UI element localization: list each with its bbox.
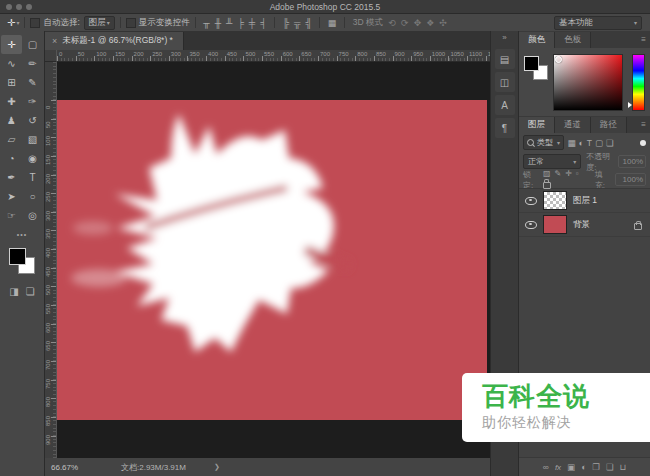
crop-tool[interactable]: ⊞: [1, 73, 22, 92]
screen-mode-button[interactable]: ❏: [26, 286, 35, 297]
lock-position-icon[interactable]: ✛: [565, 169, 572, 178]
visibility-toggle[interactable]: [523, 221, 539, 229]
distribute-top-icon[interactable]: ╠: [283, 18, 289, 28]
distribute-bottom-icon[interactable]: ╣: [305, 18, 311, 28]
paragraph-panel-icon[interactable]: ¶: [495, 118, 515, 138]
blend-mode-dropdown[interactable]: 正常 ▾: [523, 154, 581, 169]
tab-color[interactable]: 颜色: [519, 32, 555, 48]
align-left-icon[interactable]: ╞: [237, 18, 243, 28]
filter-type-dropdown[interactable]: 类型 ▾: [523, 135, 564, 150]
tab-channels[interactable]: 通道: [555, 117, 591, 133]
tool-preset-caret-icon[interactable]: ▾: [16, 19, 19, 26]
new-layer-icon[interactable]: ❏: [606, 462, 614, 472]
drag-3d-icon[interactable]: ✥: [414, 18, 422, 28]
visibility-toggle[interactable]: [523, 197, 539, 205]
foreground-background-swatch[interactable]: [9, 248, 35, 274]
eraser-tool[interactable]: ▱: [1, 130, 22, 149]
watermark-card: 百科全说 助你轻松解决: [462, 373, 650, 442]
filter-adjustment-icon[interactable]: ◐: [579, 138, 584, 148]
align-vcenter-icon[interactable]: ╫: [215, 18, 221, 28]
new-group-icon[interactable]: ❐: [592, 462, 600, 472]
eyedropper-tool-icon: ✎: [28, 77, 36, 88]
opacity-field[interactable]: 100%: [618, 155, 646, 168]
document-tab[interactable]: × 未标题-1 @ 66.7%(RGB/8*) *: [45, 32, 184, 50]
hue-slider-arrow[interactable]: [628, 102, 632, 108]
dodge-tool[interactable]: ◉: [22, 149, 43, 168]
quick-selection-tool[interactable]: ✏: [22, 54, 43, 73]
blur-tool[interactable]: ◔: [1, 149, 22, 168]
filter-smart-object-icon[interactable]: ❏: [606, 138, 614, 148]
filter-toggle-button[interactable]: [640, 140, 646, 146]
healing-brush-tool[interactable]: ✚: [1, 92, 22, 111]
type-tool-icon: T: [29, 172, 35, 183]
align-top-icon[interactable]: ╥: [203, 18, 209, 28]
distribute-vcenter-icon[interactable]: ╦: [294, 18, 300, 28]
panel-menu-icon[interactable]: ≡: [641, 35, 646, 44]
fill-field[interactable]: 100%: [615, 173, 646, 186]
status-menu-arrow-icon[interactable]: ❯: [214, 463, 220, 471]
zoom-tool[interactable]: ◎: [22, 206, 43, 225]
type-tool[interactable]: T: [22, 168, 43, 187]
marquee-tool[interactable]: ▢: [22, 35, 43, 54]
lock-paint-icon[interactable]: ✎: [554, 169, 561, 178]
auto-select-checkbox[interactable]: [30, 18, 40, 28]
lock-transparency-icon[interactable]: ▨: [543, 169, 551, 178]
filter-pixel-icon[interactable]: ▦: [568, 138, 576, 148]
roll-3d-icon[interactable]: ⟳: [401, 18, 409, 28]
foreground-color-swatch[interactable]: [524, 56, 539, 71]
workspace-dropdown[interactable]: 基本功能 ▾: [554, 16, 642, 30]
color-cursor[interactable]: [555, 56, 562, 63]
align-bottom-icon[interactable]: ╨: [226, 18, 232, 28]
lasso-tool[interactable]: ∿: [1, 54, 22, 73]
scale-3d-icon[interactable]: ✣: [439, 18, 447, 28]
filter-shape-icon[interactable]: ▢: [595, 138, 603, 148]
expand-panels-icon[interactable]: »: [491, 31, 518, 46]
clone-stamp-tool[interactable]: ♟: [1, 111, 22, 130]
saturation-brightness-field[interactable]: [553, 54, 623, 111]
path-selection-tool[interactable]: ➤: [1, 187, 22, 206]
align-right-icon[interactable]: ╡: [260, 18, 266, 28]
filter-type-icon[interactable]: T: [587, 138, 592, 148]
character-panel-icon[interactable]: A: [495, 95, 515, 115]
edit-toolbar-button[interactable]: •••: [0, 231, 44, 238]
foreground-color-swatch[interactable]: [9, 248, 26, 265]
tab-layers[interactable]: 图层: [519, 117, 555, 133]
auto-align-layers-icon[interactable]: ▦: [328, 18, 337, 28]
layer-row[interactable]: 图层 1: [519, 189, 650, 213]
auto-select-dropdown[interactable]: 图层 ▾: [84, 16, 115, 30]
zoom-level-field[interactable]: 66.67%: [51, 463, 85, 472]
pen-tool[interactable]: ✒: [1, 168, 22, 187]
link-layers-icon[interactable]: ∞: [543, 462, 549, 472]
lock-artboard-icon[interactable]: ▫: [576, 169, 579, 178]
layer-effects-icon[interactable]: fx: [555, 463, 561, 472]
move-tool[interactable]: ✛: [1, 35, 22, 54]
tab-paths[interactable]: 路径: [591, 117, 627, 133]
close-tab-icon[interactable]: ×: [52, 36, 57, 46]
history-panel-icon[interactable]: ▤: [495, 49, 515, 69]
rotate-3d-icon[interactable]: ⟲: [389, 18, 397, 28]
document-canvas[interactable]: [57, 100, 487, 420]
brush-tool[interactable]: ✑: [22, 92, 43, 111]
color-panel-swatches[interactable]: [524, 56, 548, 80]
lock-all-icon[interactable]: [543, 182, 551, 189]
delete-layer-icon[interactable]: ⊔: [620, 462, 627, 472]
libraries-panel-icon[interactable]: ◫: [495, 72, 515, 92]
shape-tool[interactable]: ○: [22, 187, 43, 206]
layer-thumbnail[interactable]: [543, 191, 567, 210]
gradient-tool[interactable]: ▧: [22, 130, 43, 149]
add-layer-mask-icon[interactable]: ▣: [567, 462, 575, 472]
show-transform-checkbox[interactable]: [126, 18, 136, 28]
slide-3d-icon[interactable]: ❖: [426, 18, 434, 28]
align-hcenter-icon[interactable]: ╪: [249, 18, 255, 28]
hue-slider[interactable]: [632, 54, 645, 111]
history-brush-tool[interactable]: ↺: [22, 111, 43, 130]
adjustment-layer-icon[interactable]: ◐: [581, 462, 586, 472]
eyedropper-tool[interactable]: ✎: [22, 73, 43, 92]
layer-row[interactable]: 背景: [519, 213, 650, 237]
layer-thumbnail[interactable]: [543, 215, 567, 234]
tab-swatches[interactable]: 色板: [555, 32, 591, 48]
hand-tool[interactable]: ☞: [1, 206, 22, 225]
ruler-number: 400: [45, 248, 51, 258]
panel-menu-icon[interactable]: ≡: [641, 120, 646, 129]
quick-mask-button[interactable]: ◨: [9, 286, 18, 297]
